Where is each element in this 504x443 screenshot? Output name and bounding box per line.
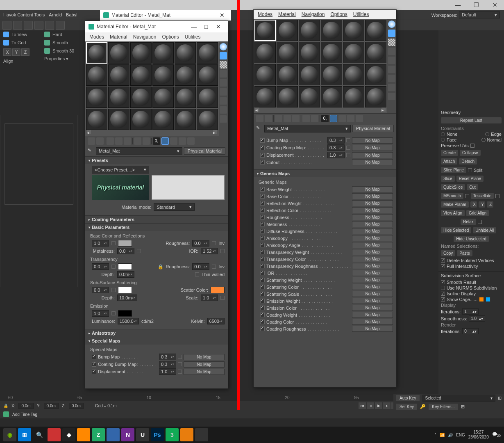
to-grid-button[interactable]: To Grid	[0, 39, 41, 47]
trans-roughness-spinner[interactable]: 0.0▴▾	[192, 263, 209, 270]
map-checkbox[interactable]	[260, 208, 265, 212]
map-slot-button[interactable]: No Map	[352, 298, 393, 304]
autokey-button[interactable]: Auto Key	[396, 395, 420, 402]
map-slot-button[interactable]: No Map	[352, 186, 393, 192]
scale-spinner[interactable]: 1.0▴▾	[201, 295, 218, 301]
axis-x-button[interactable]: X	[3, 48, 11, 56]
map-checkbox[interactable]	[260, 153, 265, 158]
assign-icon[interactable]	[275, 115, 282, 122]
nurms-checkbox[interactable]	[441, 286, 445, 290]
map-checkbox[interactable]	[260, 222, 265, 226]
material-slot[interactable]	[86, 64, 107, 86]
planar-y[interactable]: Y	[479, 201, 485, 208]
clock[interactable]: 15:2723/06/2020	[468, 430, 489, 440]
map-slot-button[interactable]: No Map	[352, 249, 393, 255]
material-slot[interactable]	[108, 42, 129, 64]
slots-scrollbar[interactable]: ◂▸	[86, 130, 218, 135]
put-material-icon[interactable]	[265, 115, 272, 122]
map-checkbox[interactable]	[260, 236, 265, 240]
map-checkbox[interactable]	[260, 327, 265, 331]
map-toggle[interactable]	[111, 288, 116, 292]
background-icon[interactable]	[388, 39, 395, 46]
map-slot-button[interactable]: No Map	[184, 354, 225, 360]
hidesel-button[interactable]: Hide Selected	[441, 227, 471, 233]
map-checkbox[interactable]	[260, 215, 265, 219]
smoothresult-checkbox[interactable]	[441, 280, 445, 284]
map-checkbox[interactable]	[260, 292, 265, 296]
map-toggle[interactable]	[346, 138, 350, 142]
map-checkbox[interactable]	[260, 201, 265, 206]
map-slot-button[interactable]: No Map	[352, 270, 393, 276]
smooth30-button[interactable]: Smooth 30	[41, 47, 82, 55]
map-checkbox[interactable]	[260, 146, 265, 150]
transparency-spinner[interactable]: 0.0▴▾	[92, 263, 109, 270]
material-slot[interactable]	[130, 64, 152, 86]
map-checkbox[interactable]	[92, 370, 96, 374]
cage-color2[interactable]	[486, 297, 490, 302]
material-slot[interactable]	[299, 86, 320, 107]
material-slot[interactable]	[175, 109, 196, 130]
material-slot[interactable]	[254, 64, 276, 85]
reset-icon[interactable]	[124, 137, 131, 145]
repeat-last-button[interactable]: Repeat Last	[441, 117, 502, 123]
special-maps-rollout-header[interactable]: Special Maps	[85, 337, 228, 345]
map-slot-button[interactable]: No Map	[352, 235, 393, 241]
backlight-icon[interactable]	[220, 52, 227, 59]
material-mode-dropdown[interactable]: Standard▾	[154, 203, 195, 211]
map-toggle[interactable]	[111, 265, 116, 269]
unhideall-button[interactable]: Unhide All	[473, 227, 496, 233]
material-slot[interactable]	[321, 64, 342, 85]
to-view-button[interactable]: To View	[0, 30, 41, 39]
map-slot-button[interactable]: No Map	[352, 312, 393, 318]
kelvin-spinner[interactable]: 6500▴▾	[207, 318, 225, 324]
layout-icon[interactable]	[220, 115, 227, 123]
map-toggle[interactable]	[178, 355, 182, 359]
minimize-icon[interactable]: —	[188, 23, 200, 30]
lang-indicator[interactable]: ENG	[456, 433, 465, 437]
zero-icon[interactable]: 0,	[153, 137, 160, 145]
material-slot[interactable]	[321, 20, 342, 41]
inv-label[interactable]: Inv	[218, 241, 225, 246]
map-checkbox[interactable]	[260, 194, 265, 199]
luminance-spinner[interactable]: 1500.0▴▾	[118, 318, 139, 324]
edge-radio[interactable]	[485, 132, 489, 136]
map-checkbox[interactable]	[260, 264, 265, 268]
msmooth-opt[interactable]	[465, 194, 469, 198]
material-slot[interactable]	[254, 42, 276, 63]
fullinter-checkbox[interactable]	[441, 264, 445, 268]
blender-icon[interactable]	[180, 428, 193, 441]
copy-button[interactable]: Copy	[441, 250, 455, 256]
viewalign-button[interactable]: View Align	[441, 210, 465, 216]
nav-icon[interactable]: ⊞	[498, 395, 502, 401]
split-checkbox[interactable]	[468, 168, 472, 172]
material-slot[interactable]	[130, 87, 152, 108]
emission-swatch[interactable]	[118, 310, 132, 317]
houdini-icon[interactable]	[77, 428, 90, 441]
backlight-icon[interactable]	[388, 30, 395, 37]
key-icon[interactable]: 🔑	[420, 404, 426, 409]
menu-navigation[interactable]: Navigation	[302, 11, 325, 18]
options-icon[interactable]	[388, 75, 395, 82]
menu-babylon[interactable]: Babyl	[66, 12, 77, 17]
material-slot[interactable]	[130, 109, 152, 130]
sss-depth-spinner[interactable]: 10.0m▴▾	[117, 295, 137, 301]
material-slot[interactable]	[343, 64, 364, 85]
reset-icon[interactable]	[292, 115, 300, 122]
material-slot[interactable]	[152, 42, 174, 64]
thinwalled-checkbox[interactable]	[195, 272, 199, 276]
map-checkbox[interactable]	[260, 229, 265, 233]
material-slot[interactable]	[197, 42, 218, 64]
material-slot[interactable]	[343, 20, 364, 41]
map-slot-button[interactable]: No Map	[352, 193, 393, 199]
material-slot[interactable]	[86, 42, 107, 64]
map-toggle[interactable]	[220, 296, 225, 300]
map-checkbox[interactable]	[260, 250, 265, 254]
sliceplane-button[interactable]: Slice Plane	[441, 167, 466, 173]
map-toggle[interactable]	[111, 311, 116, 315]
map-checkbox[interactable]	[260, 160, 265, 164]
map-slot-button[interactable]: No Map	[352, 228, 393, 234]
transparency-swatch[interactable]	[118, 263, 132, 270]
relax-button[interactable]: Relax	[461, 219, 476, 225]
material-slot[interactable]	[277, 86, 298, 107]
map-checkbox[interactable]	[260, 187, 265, 192]
